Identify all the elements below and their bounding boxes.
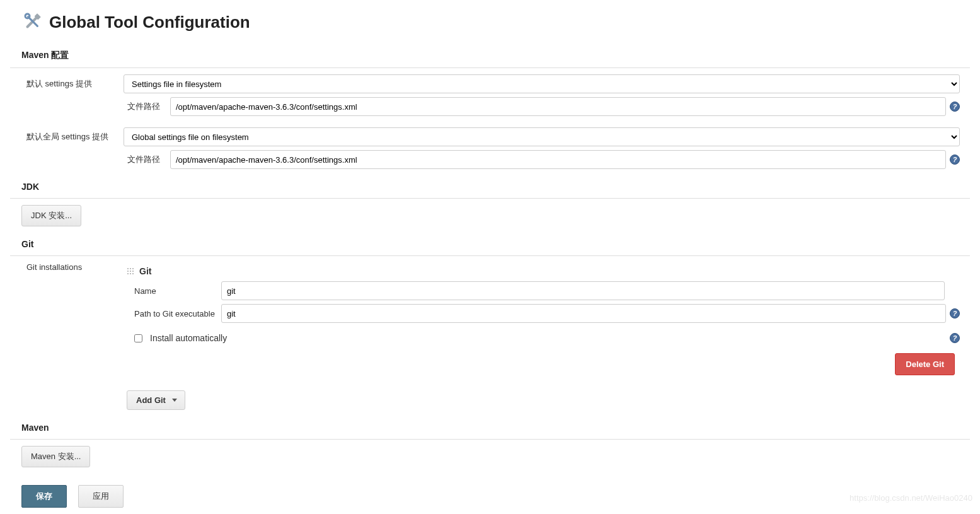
jdk-section: JDK JDK 安装... xyxy=(10,182,970,226)
git-installations-label: Git installations xyxy=(10,262,127,272)
file-path-input[interactable] xyxy=(170,97,946,116)
add-git-button[interactable]: Add Git xyxy=(127,390,185,410)
help-icon[interactable]: ? xyxy=(950,102,960,112)
install-auto-checkbox[interactable] xyxy=(134,334,142,342)
git-name-label: Name xyxy=(127,286,221,296)
chevron-down-icon xyxy=(172,399,177,402)
default-global-settings-label: 默认全局 settings 提供 xyxy=(10,131,124,143)
drag-handle-icon[interactable] xyxy=(127,267,134,275)
maven-section: Maven Maven 安装... xyxy=(10,423,970,467)
default-settings-select[interactable]: Settings file in filesystem xyxy=(124,74,960,93)
help-icon[interactable]: ? xyxy=(950,155,960,165)
default-global-settings-select[interactable]: Global settings file on filesystem xyxy=(124,127,960,146)
install-auto-label: Install automatically xyxy=(150,333,942,343)
divider xyxy=(10,439,970,440)
divider xyxy=(10,198,970,199)
maven-section-title: Maven xyxy=(21,423,970,433)
save-button[interactable]: 保存 xyxy=(21,485,67,508)
git-block-title: Git xyxy=(139,266,151,276)
help-icon[interactable]: ? xyxy=(950,308,960,318)
git-name-input[interactable] xyxy=(221,281,945,300)
divider xyxy=(10,255,970,256)
jdk-install-button[interactable]: JDK 安装... xyxy=(21,205,81,226)
global-file-path-label: 文件路径 xyxy=(10,154,170,165)
global-file-path-input[interactable] xyxy=(170,150,946,169)
svg-point-2 xyxy=(25,13,31,20)
tools-icon xyxy=(21,10,44,35)
bottom-button-bar: 保存 应用 xyxy=(21,485,970,508)
git-path-input[interactable] xyxy=(221,304,946,323)
divider xyxy=(10,67,970,68)
git-section-title: Git xyxy=(21,239,970,249)
default-settings-label: 默认 settings 提供 xyxy=(10,78,124,90)
add-git-label: Add Git xyxy=(136,395,166,405)
maven-install-button[interactable]: Maven 安装... xyxy=(21,446,90,467)
apply-button[interactable]: 应用 xyxy=(78,485,124,508)
jdk-section-title: JDK xyxy=(21,182,970,192)
maven-config-title: Maven 配置 xyxy=(21,50,970,61)
page-header: Global Tool Configuration xyxy=(21,10,970,35)
delete-git-button[interactable]: Delete Git xyxy=(895,353,955,375)
git-path-label: Path to Git executable xyxy=(127,309,221,318)
maven-config-section: Maven 配置 默认 settings 提供 Settings file in… xyxy=(10,50,970,169)
help-icon[interactable]: ? xyxy=(950,333,960,343)
page-title: Global Tool Configuration xyxy=(49,13,250,32)
file-path-label: 文件路径 xyxy=(10,101,170,112)
git-section: Git Git installations Git Name Path to G… xyxy=(10,239,970,410)
